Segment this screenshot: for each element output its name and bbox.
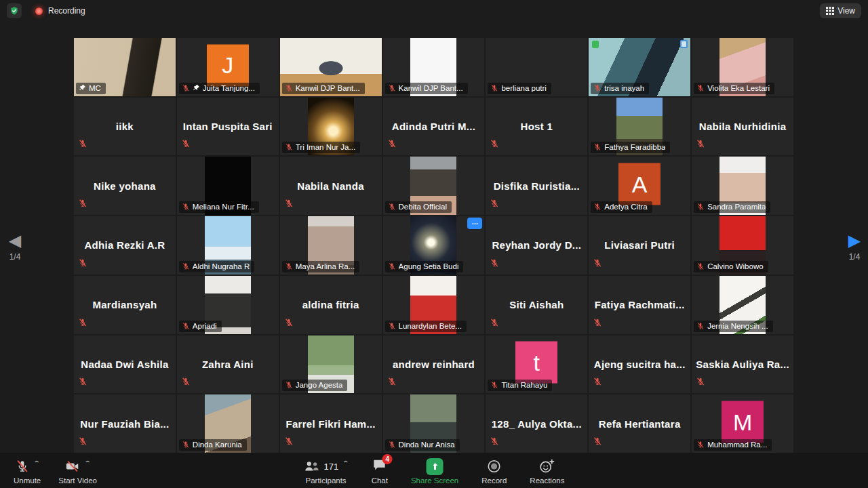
unmute-label: Unmute xyxy=(14,476,41,485)
reactions-icon xyxy=(539,459,555,474)
participant-tile[interactable]: A Adetya Citra xyxy=(589,157,690,215)
participant-tile[interactable]: Kanwil DJP Bant... xyxy=(383,38,485,96)
participant-grid: MCJ Juita Tanjung... Kanwil DJP Bant... … xyxy=(74,38,793,453)
participant-tile[interactable]: Nabila Nurhidinia xyxy=(692,98,793,156)
pin-icon xyxy=(79,84,86,92)
participant-name-label: Fathya Faradibba xyxy=(591,142,670,153)
participant-tile[interactable]: Saskia Auliya Ra... xyxy=(692,336,793,394)
participant-tile[interactable]: Intan Puspita Sari xyxy=(177,98,279,156)
participant-tile[interactable]: Farrel Fikri Ham... xyxy=(280,394,382,453)
participant-tile[interactable]: Reyhan Jordy D... xyxy=(486,216,587,274)
page-indicator-left: 1/4 xyxy=(1,252,28,262)
participant-tile[interactable]: Debita Official xyxy=(383,157,485,215)
more-options-badge[interactable]: ... xyxy=(467,218,482,229)
participant-tile[interactable]: Tri Iman Nur Ja... xyxy=(280,98,382,156)
participants-options-caret[interactable]: ⌃ xyxy=(342,460,350,467)
participant-tile[interactable]: Apriadi xyxy=(177,276,279,334)
participant-tile[interactable]: andrew reinhard xyxy=(383,336,485,394)
chat-unread-badge: 4 xyxy=(382,454,393,464)
participant-name: Reyhan Jordy D... xyxy=(486,216,587,274)
mic-muted-icon xyxy=(696,84,705,92)
participant-name-label: trisa inayah xyxy=(591,83,649,94)
chat-label: Chat xyxy=(372,476,388,485)
participant-name: Sandra Paramita xyxy=(707,203,766,211)
security-shield-button[interactable] xyxy=(7,3,22,18)
participant-tile[interactable]: Refa Hertiantara xyxy=(589,394,690,453)
participant-tile[interactable]: Disfika Ruristia... xyxy=(486,157,587,215)
mic-muted-icon xyxy=(593,377,602,386)
participant-tile[interactable]: J Juita Tanjung... xyxy=(177,38,279,96)
next-page-arrow-icon[interactable]: ▶ xyxy=(841,232,868,249)
mic-muted-icon xyxy=(182,441,190,449)
mic-muted-icon xyxy=(387,377,397,386)
share-screen-button[interactable]: Share Screen xyxy=(411,453,458,488)
participant-tile[interactable]: Fatiya Rachmati... xyxy=(589,276,690,334)
participant-tile[interactable]: Adhia Rezki A.R xyxy=(74,216,176,274)
participant-tile[interactable]: trisa inayah xyxy=(589,38,690,96)
participant-tile[interactable]: Nur Fauziah Bia... xyxy=(74,394,176,453)
participant-tile[interactable]: Maya Arlina Ra... xyxy=(280,216,382,274)
mic-muted-icon xyxy=(181,377,191,386)
participant-tile[interactable]: Zahra Aini xyxy=(177,336,279,394)
participant-tile[interactable]: Calvino Wibowo xyxy=(692,216,793,274)
participant-tile[interactable]: Host 1 xyxy=(486,98,587,156)
participant-tile[interactable]: aldina fitria xyxy=(280,276,382,334)
participant-tile[interactable]: Nadaa Dwi Ashila xyxy=(74,336,176,394)
start-video-button[interactable]: ⌃ Start Video xyxy=(58,453,97,488)
view-button[interactable]: View xyxy=(820,3,861,18)
participant-tile[interactable]: Meliana Nur Fitr... xyxy=(177,157,279,215)
participant-name: Tri Iman Nur Ja... xyxy=(296,143,355,151)
participant-tile[interactable]: Nike yohana xyxy=(74,157,176,215)
participant-tile[interactable]: Lunardylan Bete... xyxy=(383,276,485,334)
record-button[interactable]: Record xyxy=(481,453,507,488)
participant-name-label: Dinda Nur Anisa xyxy=(385,439,460,451)
participant-name: Juita Tanjung... xyxy=(203,84,255,92)
participant-name-label: Jango Agesta xyxy=(282,380,348,391)
start-video-options-caret[interactable]: ⌃ xyxy=(84,460,92,467)
participant-tile[interactable]: Dinda Karunia xyxy=(177,394,279,453)
participant-tile[interactable]: Violita Eka Lestari xyxy=(692,38,793,96)
participant-name: Jango Agesta xyxy=(296,381,343,389)
participants-label: Participants xyxy=(306,476,347,485)
participant-name-label: Muhammad Ra... xyxy=(694,439,772,451)
reactions-button[interactable]: Reactions xyxy=(530,453,564,488)
participant-tile[interactable]: Dinda Nur Anisa xyxy=(383,394,485,453)
participant-name-label: Juita Tanjung... xyxy=(179,83,260,94)
participant-tile[interactable]: berliana putri xyxy=(486,38,587,96)
participant-tile[interactable]: Siti Aishah xyxy=(486,276,587,334)
participant-tile[interactable]: 128_ Aulya Okta... xyxy=(486,394,587,453)
participant-tile[interactable]: Mardiansyah xyxy=(74,276,176,334)
participant-tile[interactable]: MC xyxy=(74,38,176,96)
participant-tile[interactable]: Kanwil DJP Bant... xyxy=(280,38,382,96)
participant-tile[interactable]: t Titan Rahayu xyxy=(486,336,587,394)
participant-tile[interactable]: Aldhi Nugraha R xyxy=(177,216,279,274)
participant-tile[interactable]: Ajeng sucitra ha... xyxy=(589,336,690,394)
muted-indicator xyxy=(78,377,87,389)
participant-tile[interactable]: Adinda Putri M... xyxy=(383,98,485,156)
participant-name: Mardiansyah xyxy=(74,276,176,334)
mic-muted-icon xyxy=(181,139,191,148)
record-icon xyxy=(487,459,502,474)
participant-tile[interactable]: Liviasari Putri xyxy=(589,216,690,274)
participant-tile[interactable]: Fathya Faradibba xyxy=(589,98,690,156)
participants-button[interactable]: 171 ⌃ Participants xyxy=(304,453,349,488)
participant-tile[interactable]: Sandra Paramita xyxy=(692,157,793,215)
participant-tile[interactable]: M Muhammad Ra... xyxy=(692,394,793,453)
participants-count: 171 xyxy=(324,462,339,472)
participant-tile[interactable]: Jernia Nengsih ... xyxy=(692,276,793,334)
mic-muted-icon xyxy=(182,203,190,211)
view-button-label: View xyxy=(837,6,855,16)
participant-tile[interactable]: Jango Agesta xyxy=(280,336,382,394)
participant-tile[interactable]: iikk xyxy=(74,98,176,156)
participant-tile[interactable]: Nabila Nanda xyxy=(280,157,382,215)
chat-button[interactable]: 4 Chat xyxy=(372,453,388,488)
participant-name: Adhia Rezki A.R xyxy=(74,216,176,274)
mic-muted-icon xyxy=(387,139,397,148)
unmute-options-caret[interactable]: ⌃ xyxy=(33,460,41,467)
participant-name-label: Lunardylan Bete... xyxy=(385,321,467,332)
previous-page-arrow-icon[interactable]: ◀ xyxy=(1,232,28,249)
participant-tile[interactable]: Agung Setia Budi... xyxy=(383,216,485,274)
mic-muted-icon xyxy=(285,262,293,270)
participant-name: Debita Official xyxy=(399,203,447,211)
unmute-button[interactable]: ⌃ Unmute xyxy=(14,453,41,488)
